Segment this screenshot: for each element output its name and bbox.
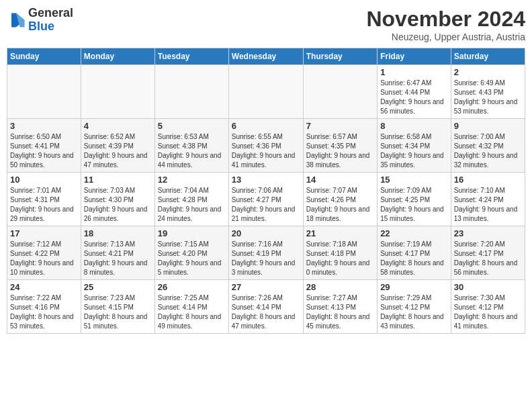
calendar-day-cell (81, 65, 154, 119)
day-info: Sunrise: 7:01 AM Sunset: 4:31 PM Dayligh… (10, 186, 78, 224)
weekday-header-cell: Thursday (303, 48, 377, 65)
day-number: 8 (380, 121, 448, 131)
weekday-header-cell: Saturday (451, 48, 525, 65)
day-number: 6 (232, 121, 300, 131)
weekday-header-cell: Friday (378, 48, 451, 65)
calendar-day-cell: 22Sunrise: 7:19 AM Sunset: 4:17 PM Dayli… (378, 226, 451, 280)
calendar-day-cell: 7Sunrise: 6:57 AM Sunset: 4:35 PM Daylig… (303, 119, 377, 173)
calendar-day-cell: 24Sunrise: 7:22 AM Sunset: 4:16 PM Dayli… (7, 280, 81, 334)
day-number: 13 (232, 175, 300, 185)
day-info: Sunrise: 7:07 AM Sunset: 4:26 PM Dayligh… (306, 186, 374, 224)
logo-icon (7, 11, 26, 30)
day-info: Sunrise: 6:52 AM Sunset: 4:39 PM Dayligh… (84, 132, 152, 170)
day-info: Sunrise: 6:53 AM Sunset: 4:38 PM Dayligh… (158, 132, 226, 170)
calendar-day-cell: 28Sunrise: 7:27 AM Sunset: 4:13 PM Dayli… (303, 280, 377, 334)
calendar-week-row: 17Sunrise: 7:12 AM Sunset: 4:22 PM Dayli… (7, 226, 525, 280)
day-info: Sunrise: 6:49 AM Sunset: 4:43 PM Dayligh… (454, 79, 522, 116)
calendar-day-cell (7, 65, 81, 119)
day-info: Sunrise: 7:09 AM Sunset: 4:25 PM Dayligh… (380, 186, 448, 224)
calendar-day-cell: 20Sunrise: 7:16 AM Sunset: 4:19 PM Dayli… (228, 226, 303, 280)
day-number: 1 (380, 67, 448, 77)
calendar-day-cell: 3Sunrise: 6:50 AM Sunset: 4:41 PM Daylig… (7, 119, 81, 173)
day-info: Sunrise: 7:22 AM Sunset: 4:16 PM Dayligh… (10, 293, 78, 331)
day-info: Sunrise: 7:18 AM Sunset: 4:18 PM Dayligh… (306, 240, 374, 277)
day-number: 7 (306, 121, 374, 131)
day-number: 4 (84, 121, 152, 131)
calendar-day-cell: 6Sunrise: 6:55 AM Sunset: 4:36 PM Daylig… (228, 119, 303, 173)
day-number: 15 (380, 175, 448, 185)
day-info: Sunrise: 7:03 AM Sunset: 4:30 PM Dayligh… (84, 186, 152, 224)
day-number: 12 (158, 175, 226, 185)
calendar-day-cell: 17Sunrise: 7:12 AM Sunset: 4:22 PM Dayli… (7, 226, 81, 280)
calendar-day-cell: 30Sunrise: 7:30 AM Sunset: 4:12 PM Dayli… (451, 280, 525, 334)
day-info: Sunrise: 7:04 AM Sunset: 4:28 PM Dayligh… (158, 186, 226, 224)
day-number: 28 (306, 282, 374, 292)
calendar-day-cell: 26Sunrise: 7:25 AM Sunset: 4:14 PM Dayli… (154, 280, 228, 334)
calendar-day-cell: 9Sunrise: 7:00 AM Sunset: 4:32 PM Daylig… (451, 119, 525, 173)
calendar-day-cell: 2Sunrise: 6:49 AM Sunset: 4:43 PM Daylig… (451, 65, 525, 119)
logo: General Blue (7, 7, 73, 34)
title-block: November 2024 Neuzeug, Upper Austria, Au… (366, 7, 525, 42)
day-number: 2 (454, 67, 522, 77)
weekday-header-row: SundayMondayTuesdayWednesdayThursdayFrid… (7, 48, 525, 65)
day-number: 9 (454, 121, 522, 131)
day-info: Sunrise: 7:12 AM Sunset: 4:22 PM Dayligh… (10, 240, 78, 277)
calendar-day-cell (154, 65, 228, 119)
weekday-header-cell: Monday (81, 48, 154, 65)
day-number: 23 (454, 228, 522, 238)
day-number: 27 (232, 282, 300, 292)
weekday-header-cell: Sunday (7, 48, 81, 65)
calendar-day-cell: 15Sunrise: 7:09 AM Sunset: 4:25 PM Dayli… (378, 173, 451, 226)
calendar-day-cell: 25Sunrise: 7:23 AM Sunset: 4:15 PM Dayli… (81, 280, 154, 334)
calendar-week-row: 3Sunrise: 6:50 AM Sunset: 4:41 PM Daylig… (7, 119, 525, 173)
day-number: 24 (10, 282, 78, 292)
calendar-day-cell: 5Sunrise: 6:53 AM Sunset: 4:38 PM Daylig… (154, 119, 228, 173)
day-info: Sunrise: 7:23 AM Sunset: 4:15 PM Dayligh… (84, 293, 152, 331)
calendar-day-cell: 27Sunrise: 7:26 AM Sunset: 4:14 PM Dayli… (228, 280, 303, 334)
calendar-day-cell: 8Sunrise: 6:58 AM Sunset: 4:34 PM Daylig… (378, 119, 451, 173)
day-info: Sunrise: 7:00 AM Sunset: 4:32 PM Dayligh… (454, 132, 522, 170)
calendar-day-cell (228, 65, 303, 119)
calendar-week-row: 10Sunrise: 7:01 AM Sunset: 4:31 PM Dayli… (7, 173, 525, 226)
calendar-day-cell: 14Sunrise: 7:07 AM Sunset: 4:26 PM Dayli… (303, 173, 377, 226)
day-number: 5 (158, 121, 226, 131)
day-number: 11 (84, 175, 152, 185)
day-info: Sunrise: 7:25 AM Sunset: 4:14 PM Dayligh… (158, 293, 226, 331)
day-number: 17 (10, 228, 78, 238)
day-info: Sunrise: 6:47 AM Sunset: 4:44 PM Dayligh… (380, 79, 448, 116)
day-number: 16 (454, 175, 522, 185)
day-number: 19 (158, 228, 226, 238)
day-number: 22 (380, 228, 448, 238)
calendar-week-row: 24Sunrise: 7:22 AM Sunset: 4:16 PM Dayli… (7, 280, 525, 334)
calendar-day-cell: 23Sunrise: 7:20 AM Sunset: 4:17 PM Dayli… (451, 226, 525, 280)
calendar-day-cell (303, 65, 377, 119)
calendar-day-cell: 1Sunrise: 6:47 AM Sunset: 4:44 PM Daylig… (378, 65, 451, 119)
calendar-day-cell: 4Sunrise: 6:52 AM Sunset: 4:39 PM Daylig… (81, 119, 154, 173)
calendar-day-cell: 29Sunrise: 7:29 AM Sunset: 4:12 PM Dayli… (378, 280, 451, 334)
month-year-title: November 2024 (366, 7, 525, 32)
day-info: Sunrise: 6:57 AM Sunset: 4:35 PM Dayligh… (306, 132, 374, 170)
calendar-day-cell: 21Sunrise: 7:18 AM Sunset: 4:18 PM Dayli… (303, 226, 377, 280)
calendar-day-cell: 19Sunrise: 7:15 AM Sunset: 4:20 PM Dayli… (154, 226, 228, 280)
location-subtitle: Neuzeug, Upper Austria, Austria (366, 32, 525, 42)
day-number: 10 (10, 175, 78, 185)
day-number: 21 (306, 228, 374, 238)
day-number: 18 (84, 228, 152, 238)
day-number: 3 (10, 121, 78, 131)
calendar-day-cell: 10Sunrise: 7:01 AM Sunset: 4:31 PM Dayli… (7, 173, 81, 226)
weekday-header-cell: Tuesday (154, 48, 228, 65)
day-info: Sunrise: 7:30 AM Sunset: 4:12 PM Dayligh… (454, 293, 522, 331)
page-header: General Blue November 2024 Neuzeug, Uppe… (7, 7, 525, 42)
day-info: Sunrise: 7:20 AM Sunset: 4:17 PM Dayligh… (454, 240, 522, 277)
day-number: 29 (380, 282, 448, 292)
day-info: Sunrise: 7:19 AM Sunset: 4:17 PM Dayligh… (380, 240, 448, 277)
day-info: Sunrise: 7:15 AM Sunset: 4:20 PM Dayligh… (158, 240, 226, 277)
day-info: Sunrise: 6:50 AM Sunset: 4:41 PM Dayligh… (10, 132, 78, 170)
day-info: Sunrise: 6:55 AM Sunset: 4:36 PM Dayligh… (232, 132, 300, 170)
day-info: Sunrise: 7:13 AM Sunset: 4:21 PM Dayligh… (84, 240, 152, 277)
day-number: 26 (158, 282, 226, 292)
day-number: 30 (454, 282, 522, 292)
calendar-week-row: 1Sunrise: 6:47 AM Sunset: 4:44 PM Daylig… (7, 65, 525, 119)
day-info: Sunrise: 7:06 AM Sunset: 4:27 PM Dayligh… (232, 186, 300, 224)
calendar-table: SundayMondayTuesdayWednesdayThursdayFrid… (7, 48, 525, 334)
